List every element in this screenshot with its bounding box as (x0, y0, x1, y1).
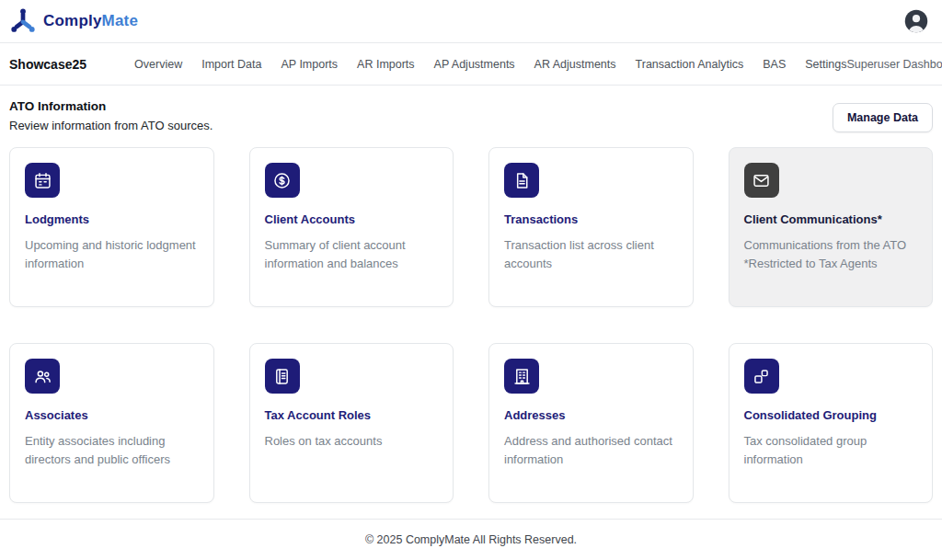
page-title: ATO Information (9, 99, 213, 113)
card-description: Tax consolidated group information (744, 432, 918, 468)
card-description: Summary of client account information an… (265, 236, 439, 272)
card-client-accounts[interactable]: Client AccountsSummary of client account… (249, 147, 454, 307)
card-addresses[interactable]: AddressesAddress and authorised contact … (488, 343, 694, 503)
building-icon (504, 359, 539, 394)
app-header: ComplyMate (0, 0, 942, 43)
complymate-logo-icon (9, 7, 37, 35)
brand-part-mate: Mate (102, 12, 139, 29)
people-icon (25, 359, 60, 394)
calendar-icon (25, 163, 60, 198)
document-icon (504, 163, 539, 198)
brand-part-comply: Comply (43, 12, 102, 29)
group-icon (744, 359, 779, 394)
section-head: ATO Information Review information from … (0, 86, 942, 132)
envelope-icon (744, 163, 779, 198)
card-transactions[interactable]: TransactionsTransaction list across clie… (488, 147, 694, 307)
nav-item-ap-imports[interactable]: AP Imports (281, 58, 338, 71)
page-subtitle: Review information from ATO sources. (9, 119, 213, 132)
card-title: Consolidated Grouping (744, 408, 918, 422)
card-client-communications[interactable]: Client Communications*Communications fro… (729, 147, 934, 307)
copyright: © 2025 ComplyMate All Rights Reserved. (365, 533, 577, 546)
brand-text: ComplyMate (43, 12, 138, 30)
card-title: Client Accounts (265, 212, 439, 226)
card-title: Associates (25, 408, 199, 422)
app-footer: © 2025 ComplyMate All Rights Reserved. (0, 519, 942, 560)
card-title: Lodgments (25, 212, 199, 226)
card-description: Communications from the ATO *Restricted … (744, 236, 918, 272)
card-associates[interactable]: AssociatesEntity associates including di… (9, 343, 214, 503)
card-description: Upcoming and historic lodgment informati… (25, 236, 199, 272)
superuser-dashboard-label: Superuser Dashboard (846, 58, 942, 71)
dollar-circle-icon (265, 163, 300, 198)
card-consolidated-grouping[interactable]: Consolidated GroupingTax consolidated gr… (729, 343, 934, 503)
nav-item-settings[interactable]: Settings (805, 58, 846, 71)
nav-item-overview[interactable]: Overview (134, 58, 182, 71)
nav-item-bas[interactable]: BAS (763, 58, 786, 71)
user-avatar[interactable] (903, 8, 929, 34)
card-title: Client Communications* (744, 212, 918, 226)
main-nav: Showcase25 OverviewImport DataAP Imports… (0, 43, 942, 86)
card-description: Address and authorised contact informati… (504, 432, 678, 468)
card-title: Tax Account Roles (265, 408, 439, 422)
client-name[interactable]: Showcase25 (9, 57, 86, 72)
nav-item-ar-imports[interactable]: AR Imports (357, 58, 415, 71)
card-title: Addresses (504, 408, 678, 422)
card-lodgments[interactable]: LodgmentsUpcoming and historic lodgment … (9, 147, 214, 307)
card-title: Transactions (504, 212, 678, 226)
superuser-dashboard-link[interactable]: Superuser Dashboard (846, 58, 942, 71)
card-tax-account-roles[interactable]: Tax Account RolesRoles on tax accounts (249, 343, 454, 503)
card-grid: LodgmentsUpcoming and historic lodgment … (0, 147, 942, 503)
nav-item-transaction-analytics[interactable]: Transaction Analytics (636, 58, 744, 71)
ledger-icon (265, 359, 300, 394)
card-description: Transaction list across client accounts (504, 236, 678, 272)
page: ComplyMate Showcase25 OverviewImport Dat… (0, 0, 942, 560)
nav-item-import-data[interactable]: Import Data (201, 58, 261, 71)
nav-items: OverviewImport DataAP ImportsAR ImportsA… (134, 58, 846, 71)
user-avatar-icon (903, 8, 929, 34)
nav-item-ar-adjustments[interactable]: AR Adjustments (534, 58, 616, 71)
card-description: Roles on tax accounts (265, 432, 439, 451)
nav-item-ap-adjustments[interactable]: AP Adjustments (434, 58, 515, 71)
card-description: Entity associates including directors an… (25, 432, 199, 468)
brand-logo[interactable]: ComplyMate (9, 7, 138, 35)
manage-data-button[interactable]: Manage Data (833, 103, 933, 132)
section-head-text: ATO Information Review information from … (9, 99, 213, 132)
